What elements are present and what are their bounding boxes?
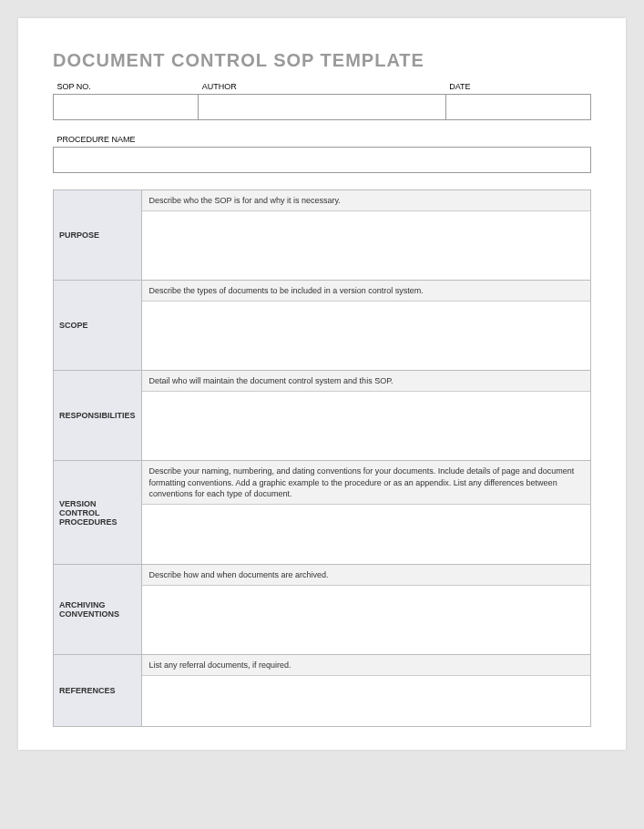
label-date: DATE — [445, 80, 590, 95]
section-description: Describe how and when documents are arch… — [142, 565, 590, 586]
section-input-scope[interactable] — [142, 302, 590, 370]
section-input-responsibilities[interactable] — [142, 392, 590, 460]
section-input-version-control[interactable] — [142, 505, 590, 564]
section-description: Describe the types of documents to be in… — [142, 281, 590, 302]
section-description: List any referral documents, if required… — [142, 655, 590, 676]
page-title: DOCUMENT CONTROL SOP TEMPLATE — [53, 50, 591, 71]
section-description: Detail who will maintain the document co… — [142, 371, 590, 392]
header-table: SOP NO. AUTHOR DATE — [53, 80, 591, 120]
section-content: Describe your naming, numbering, and dat… — [141, 461, 590, 564]
section-input-archiving[interactable] — [142, 586, 590, 654]
table-row: ARCHIVING CONVENTIONS Describe how and w… — [54, 564, 591, 654]
table-row: REFERENCES List any referral documents, … — [54, 654, 591, 726]
procedure-name-table: PROCEDURE NAME — [53, 133, 591, 173]
section-content: Describe the types of documents to be in… — [141, 281, 590, 371]
section-input-references[interactable] — [142, 676, 590, 726]
section-label-references: REFERENCES — [54, 654, 142, 726]
section-label-archiving: ARCHIVING CONVENTIONS — [54, 564, 142, 654]
input-author[interactable] — [199, 95, 445, 120]
table-row: SCOPE Describe the types of documents to… — [54, 281, 591, 371]
section-label-version-control: VERSION CONTROL PROCEDURES — [54, 461, 142, 564]
input-sop-no[interactable] — [54, 95, 199, 120]
table-row: RESPONSIBILITIES Detail who will maintai… — [54, 371, 591, 461]
section-input-purpose[interactable] — [142, 211, 590, 280]
section-label-responsibilities: RESPONSIBILITIES — [54, 371, 142, 461]
table-row: VERSION CONTROL PROCEDURES Describe your… — [54, 461, 591, 564]
section-content: Describe how and when documents are arch… — [141, 564, 590, 654]
input-date[interactable] — [445, 95, 590, 120]
section-description: Describe your naming, numbering, and dat… — [142, 461, 590, 504]
section-content: Describe who the SOP is for and why it i… — [141, 190, 590, 281]
section-label-scope: SCOPE — [54, 281, 142, 371]
table-row: PURPOSE Describe who the SOP is for and … — [54, 190, 591, 281]
sections-table: PURPOSE Describe who the SOP is for and … — [53, 189, 591, 727]
label-sop-no: SOP NO. — [54, 80, 199, 95]
input-procedure-name[interactable] — [54, 148, 591, 173]
section-label-purpose: PURPOSE — [54, 190, 142, 281]
label-author: AUTHOR — [199, 80, 445, 95]
section-description: Describe who the SOP is for and why it i… — [142, 190, 590, 211]
section-content: Detail who will maintain the document co… — [141, 371, 590, 461]
document-page: DOCUMENT CONTROL SOP TEMPLATE SOP NO. AU… — [18, 18, 626, 750]
section-content: List any referral documents, if required… — [141, 654, 590, 726]
label-procedure-name: PROCEDURE NAME — [54, 133, 591, 148]
